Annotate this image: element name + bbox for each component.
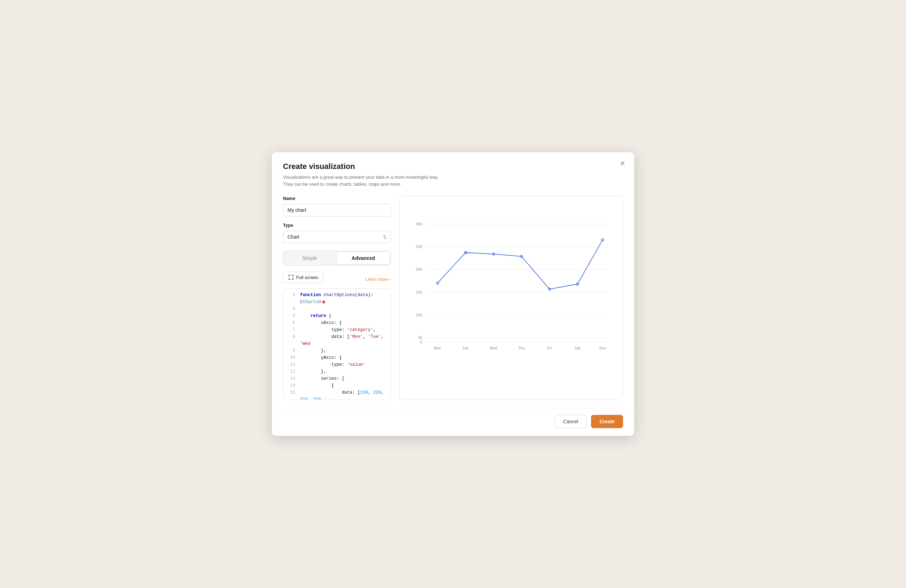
code-line-4: 4 xyxy=(283,306,391,312)
svg-text:Tue: Tue xyxy=(463,346,469,350)
code-line-13: 13 series: [ xyxy=(283,375,391,382)
code-line-6: 6 xAxis: { xyxy=(283,319,391,327)
tab-simple[interactable]: Simple xyxy=(283,251,336,265)
svg-text:Mon: Mon xyxy=(434,346,441,350)
svg-text:Thu: Thu xyxy=(518,346,525,350)
tab-advanced[interactable]: Advanced xyxy=(337,252,389,264)
chart-line xyxy=(438,240,603,289)
fullscreen-button[interactable]: Full screen xyxy=(283,272,324,283)
arrow-right-icon: › xyxy=(389,277,391,282)
code-line-10: 10 yAxis: { xyxy=(283,354,391,361)
modal-header: Create visualization Visualizations are … xyxy=(272,152,634,187)
code-line-14: 14 { xyxy=(283,382,391,389)
code-editor[interactable]: 3 function chartOptions(data): EChartsO … xyxy=(283,288,391,400)
create-visualization-modal: ✕ Create visualization Visualizations ar… xyxy=(272,152,634,436)
svg-text:200: 200 xyxy=(416,267,422,271)
code-line-3: 3 function chartOptions(data): EChartsO xyxy=(283,292,391,306)
svg-text:250: 250 xyxy=(416,245,422,249)
code-line-15: 15 data: [150, 220, 224, 218 xyxy=(283,389,391,400)
svg-text:Sat: Sat xyxy=(574,346,581,350)
chart-panel: 300 250 200 150 100 50 0 Mon Tu xyxy=(399,196,623,400)
svg-text:150: 150 xyxy=(416,290,422,294)
svg-text:Wed: Wed xyxy=(490,346,497,350)
code-line-11: 11 type: 'value' xyxy=(283,361,391,368)
left-panel: Name Type Chart Table Map ⇅ Simple Advan… xyxy=(283,196,391,400)
toolbar-row: Full screen Learn more › xyxy=(283,272,391,286)
fullscreen-icon xyxy=(288,274,294,280)
code-line-12: 12 }, xyxy=(283,368,391,375)
modal-subtitle: Visualizations are a great way to presen… xyxy=(283,174,623,187)
modal-title: Create visualization xyxy=(283,162,623,171)
mode-tab-group: Simple Advanced xyxy=(283,251,391,265)
svg-text:0: 0 xyxy=(420,340,422,344)
type-select-wrapper: Chart Table Map ⇅ xyxy=(283,231,391,243)
svg-text:50: 50 xyxy=(418,335,422,339)
name-label: Name xyxy=(283,196,391,201)
type-label: Type xyxy=(283,223,391,228)
line-chart: 300 250 200 150 100 50 0 Mon Tu xyxy=(408,203,614,363)
learn-more-link[interactable]: Learn more › xyxy=(365,277,391,282)
svg-text:Sun: Sun xyxy=(599,346,606,350)
chart-container: 300 250 200 150 100 50 0 Mon Tu xyxy=(408,203,614,394)
svg-text:Fri: Fri xyxy=(547,346,552,350)
svg-text:300: 300 xyxy=(416,222,422,226)
cancel-button[interactable]: Cancel xyxy=(554,415,587,428)
modal-footer: Cancel Create xyxy=(272,408,634,436)
code-line-7: 7 type: 'category', xyxy=(283,327,391,333)
code-line-5: 5 return { xyxy=(283,312,391,319)
svg-text:100: 100 xyxy=(416,313,422,317)
code-line-8: 8 data: ['Mon', 'Tue', 'Wed xyxy=(283,333,391,347)
create-button[interactable]: Create xyxy=(591,415,623,428)
close-button[interactable]: ✕ xyxy=(617,158,627,168)
name-input[interactable] xyxy=(283,204,391,216)
modal-body: Name Type Chart Table Map ⇅ Simple Advan… xyxy=(272,187,634,408)
code-line-9: 9 }, xyxy=(283,347,391,354)
type-select[interactable]: Chart Table Map xyxy=(283,231,391,243)
